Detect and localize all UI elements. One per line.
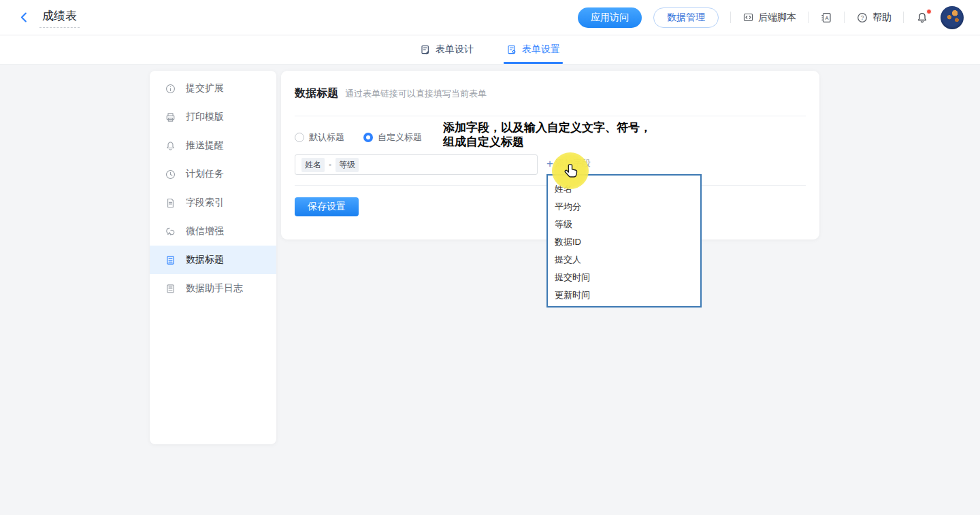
tutorial-annotation: 添加字段，以及输入自定义文字、符号， 组成自定义标题	[443, 120, 651, 149]
topbar: 成绩表 应用访问 数据管理 后端脚本 A ?	[0, 0, 980, 35]
backend-script-label: 后端脚本	[758, 12, 796, 24]
tab-form-design[interactable]: 表单设计	[419, 35, 475, 64]
question-circle-icon: ?	[856, 12, 868, 24]
file-icon	[165, 197, 176, 209]
dropdown-item[interactable]: 姓名	[548, 180, 700, 198]
app-screen: 成绩表 应用访问 数据管理 后端脚本 A ?	[0, 0, 980, 515]
tab-form-design-label: 表单设计	[436, 44, 474, 56]
data-manage-button[interactable]: 数据管理	[653, 7, 719, 28]
title-mode-radio-group: 默认标题 自定义标题	[295, 131, 422, 144]
add-field-label: 添加字段	[555, 157, 591, 169]
address-book-icon: A	[820, 12, 832, 24]
sidebar-item-label: 提交扩展	[186, 82, 224, 95]
code-icon	[742, 12, 754, 23]
topbar-left: 成绩表	[18, 7, 80, 28]
log-icon	[165, 283, 176, 295]
field-token[interactable]: 姓名	[301, 158, 325, 172]
backend-script-button[interactable]: 后端脚本	[742, 12, 796, 24]
panel-title: 数据标题	[295, 86, 338, 101]
form-title[interactable]: 成绩表	[39, 7, 80, 28]
sidebar-item-push-reminder[interactable]: 推送提醒	[150, 131, 276, 160]
dropdown-item[interactable]: 等级	[548, 216, 700, 233]
divider	[808, 12, 808, 23]
radio-circle-checked[interactable]	[363, 133, 373, 142]
dropdown-item[interactable]: 数据ID	[548, 233, 700, 251]
sidebar-item-label: 字段索引	[186, 197, 224, 209]
form-settings-icon	[506, 44, 517, 55]
bell-icon	[165, 140, 176, 152]
sidebar-item-field-index[interactable]: 字段索引	[150, 188, 276, 217]
radio-circle-unchecked[interactable]	[295, 133, 304, 142]
wechat-icon	[165, 226, 176, 237]
annotation-line-2: 组成自定义标题	[443, 135, 651, 149]
sidebar-item-label: 数据助手日志	[186, 282, 243, 295]
divider	[903, 12, 904, 23]
add-field-button[interactable]: + 添加字段	[546, 157, 591, 169]
sidebar-item-submit-extension[interactable]: 提交扩展	[150, 74, 276, 103]
divider	[844, 12, 845, 23]
panel-subtitle: 通过表单链接可以直接填写当前表单	[345, 88, 487, 100]
dropdown-item[interactable]: 平均分	[548, 198, 700, 216]
sidebar-item-label: 数据标题	[186, 254, 224, 266]
help-label: 帮助	[872, 12, 892, 24]
tab-form-settings[interactable]: 表单设置	[505, 35, 561, 64]
tabbar: 表单设计 表单设置	[0, 35, 980, 65]
divider	[295, 116, 806, 116]
form-design-icon	[420, 44, 431, 55]
radio-custom-title-label: 自定义标题	[378, 131, 422, 144]
field-dropdown: 姓名 平均分 等级 数据ID 提交人 提交时间 更新时间	[546, 174, 702, 308]
radio-custom-title[interactable]: 自定义标题	[363, 131, 422, 144]
back-chevron-icon	[18, 11, 31, 24]
sidebar-item-data-title[interactable]: 数据标题	[150, 246, 276, 274]
save-settings-button[interactable]: 保存设置	[295, 197, 359, 216]
sidebar-item-label: 推送提醒	[186, 139, 224, 152]
info-icon	[165, 83, 176, 95]
dropdown-item[interactable]: 提交时间	[548, 269, 700, 286]
divider	[730, 12, 731, 23]
svg-text:?: ?	[861, 14, 864, 20]
sidebar-item-wechat-enhance[interactable]: 微信增强	[150, 217, 276, 246]
sidebar-item-label: 微信增强	[186, 225, 224, 237]
field-dictionary-button[interactable]: A	[820, 12, 832, 24]
radio-default-title-label: 默认标题	[309, 131, 344, 144]
clock-icon	[165, 169, 176, 180]
user-avatar[interactable]	[941, 6, 964, 29]
tab-form-settings-label: 表单设置	[522, 44, 560, 56]
notifications-button[interactable]	[915, 11, 929, 24]
printer-icon	[165, 112, 176, 123]
sidebar-item-label: 计划任务	[186, 168, 224, 180]
topbar-right: 应用访问 数据管理 后端脚本 A ? 帮助	[578, 6, 964, 29]
plus-icon: +	[546, 158, 553, 169]
sidebar-item-label: 打印模版	[186, 111, 224, 123]
radio-default-title[interactable]: 默认标题	[295, 131, 344, 144]
sidebar-item-print-template[interactable]: 打印模版	[150, 103, 276, 131]
sidebar-item-data-assistant-log[interactable]: 数据助手日志	[150, 274, 276, 303]
field-token[interactable]: 等级	[336, 158, 359, 172]
token-separator: -	[329, 160, 331, 169]
back-button[interactable]	[18, 11, 31, 24]
panel-header: 数据标题 通过表单链接可以直接填写当前表单	[281, 71, 819, 101]
settings-sidebar: 提交扩展 打印模版 推送提醒 计划任务 字段索引	[150, 71, 276, 444]
dropdown-item[interactable]: 提交人	[548, 251, 700, 269]
custom-title-input[interactable]: 姓名 - 等级	[295, 154, 538, 175]
dropdown-item[interactable]: 更新时间	[548, 286, 700, 304]
help-button[interactable]: ? 帮助	[856, 12, 892, 24]
svg-text:A: A	[825, 14, 828, 20]
app-access-button[interactable]: 应用访问	[578, 7, 642, 28]
sidebar-item-scheduled-task[interactable]: 计划任务	[150, 160, 276, 188]
notification-badge	[926, 9, 932, 14]
list-icon	[165, 254, 176, 266]
annotation-line-1: 添加字段，以及输入自定义文字、符号，	[443, 120, 651, 135]
